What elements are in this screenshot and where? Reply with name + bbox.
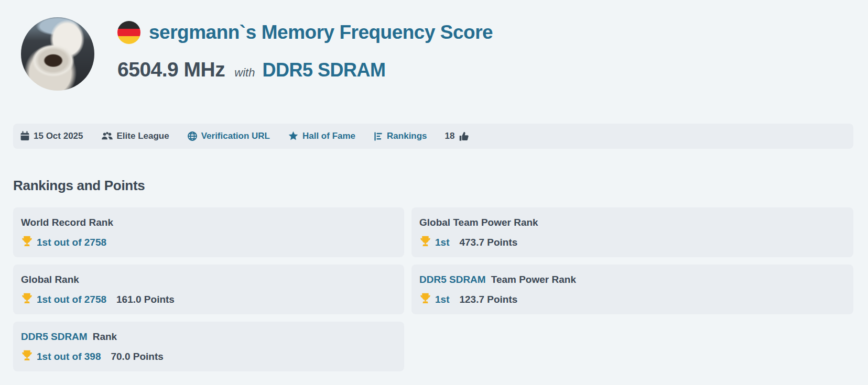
card-value: 1st 123.7 Points bbox=[419, 293, 845, 306]
likes-count: 18 bbox=[445, 131, 455, 141]
page-title: sergmann`sMemory Frequency Score bbox=[149, 21, 493, 43]
users-icon bbox=[101, 131, 113, 141]
title-row: sergmann`sMemory Frequency Score bbox=[117, 21, 493, 44]
header-text: sergmann`sMemory Frequency Score 6504.9 … bbox=[117, 17, 493, 81]
trophy-icon bbox=[419, 236, 431, 249]
card-global-team-power-rank: Global Team Power Rank 1st 473.7 Points bbox=[411, 207, 853, 257]
card-value: 1st out of 2758 bbox=[21, 236, 396, 249]
card-value: 1st out of 2758 161.0 Points bbox=[21, 293, 396, 306]
star-icon bbox=[288, 131, 299, 141]
likes[interactable]: 18 bbox=[445, 131, 470, 142]
rankings-icon bbox=[373, 131, 383, 141]
card-world-record-rank: World Record Rank 1st out of 2758 bbox=[13, 207, 404, 257]
card-value: 1st 473.7 Points bbox=[419, 236, 845, 249]
card-title: World Record Rank bbox=[21, 217, 396, 228]
trophy-icon bbox=[21, 350, 33, 363]
points-value: 161.0 Points bbox=[116, 294, 175, 305]
card-global-rank: Global Rank 1st out of 2758 161.0 Points bbox=[13, 265, 404, 314]
trophy-icon bbox=[419, 293, 431, 306]
rank-link[interactable]: 1st out of 2758 bbox=[37, 294, 106, 305]
card-title-link[interactable]: DDR5 SDRAM bbox=[419, 274, 486, 285]
trophy-icon bbox=[21, 236, 33, 249]
card-title: DDR5 SDRAMRank bbox=[21, 331, 396, 343]
rankings-link[interactable]: Rankings bbox=[373, 131, 427, 141]
rank-link[interactable]: 1st out of 2758 bbox=[37, 237, 106, 248]
trophy-icon bbox=[21, 293, 33, 306]
card-title: DDR5 SDRAMTeam Power Rank bbox=[419, 274, 845, 285]
globe-icon bbox=[187, 131, 198, 141]
card-title-link[interactable]: DDR5 SDRAM bbox=[21, 331, 88, 342]
hall-of-fame-link[interactable]: Hall of Fame bbox=[288, 131, 355, 141]
card-title: Global Team Power Rank bbox=[419, 217, 845, 228]
thumbs-up-icon bbox=[459, 131, 470, 142]
with-label: with bbox=[234, 66, 255, 80]
card-title: Global Rank bbox=[21, 274, 396, 285]
points-value: 473.7 Points bbox=[459, 237, 517, 248]
card-value: 1st out of 398 70.0 Points bbox=[21, 350, 396, 363]
card-hardware-rank: DDR5 SDRAMRank 1st out of 398 70.0 Point… bbox=[13, 322, 404, 371]
page: sergmann`sMemory Frequency Score 6504.9 … bbox=[0, 0, 868, 371]
card-hardware-team-power-rank: DDR5 SDRAMTeam Power Rank 1st 123.7 Poin… bbox=[411, 265, 853, 314]
user-avatar[interactable] bbox=[21, 17, 94, 91]
benchmark-name: Memory Frequency Score bbox=[262, 21, 493, 43]
meta-bar: 15 Oct 2025 Elite League Verification UR… bbox=[13, 124, 853, 149]
score-row: 6504.9 MHz with DDR5 SDRAM bbox=[117, 58, 493, 81]
points-value: 123.7 Points bbox=[459, 294, 517, 305]
score-value: 6504.9 MHz bbox=[117, 58, 225, 81]
calendar-icon bbox=[20, 131, 30, 141]
rank-link[interactable]: 1st out of 398 bbox=[37, 351, 101, 362]
rankings-cards: World Record Rank 1st out of 2758 Global… bbox=[13, 207, 853, 371]
rank-link[interactable]: 1st bbox=[435, 237, 449, 248]
username-link[interactable]: sergmann`s bbox=[149, 21, 256, 43]
league-label: Elite League bbox=[101, 131, 169, 141]
submission-date: 15 Oct 2025 bbox=[20, 131, 83, 141]
section-heading: Rankings and Points bbox=[13, 178, 853, 194]
rank-link[interactable]: 1st bbox=[435, 294, 449, 305]
hardware-link[interactable]: DDR5 SDRAM bbox=[262, 59, 385, 81]
points-value: 70.0 Points bbox=[111, 351, 163, 362]
verification-url-link[interactable]: Verification URL bbox=[187, 131, 270, 141]
result-header: sergmann`sMemory Frequency Score 6504.9 … bbox=[21, 17, 853, 91]
germany-flag-icon bbox=[117, 21, 140, 44]
